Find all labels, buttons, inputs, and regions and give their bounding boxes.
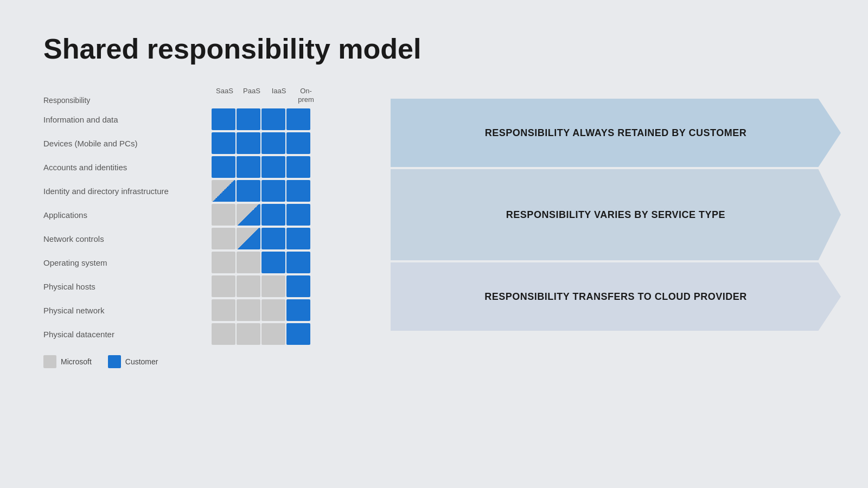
cell [286,180,310,202]
arrow-top: RESPONSIBILITY ALWAYS RETAINED BY CUSTOM… [391,99,841,167]
col-header-iaas: IaaS [266,87,292,104]
row-cells [212,180,310,202]
cell [237,323,260,345]
cell [261,299,285,321]
row-cells [212,204,310,226]
row-label: Physical hosts [43,282,212,291]
cell [237,299,260,321]
table-row: Identity and directory infrastructure [43,179,380,202]
row-label: Accounts and identities [43,163,212,172]
table-row: Physical hosts [43,275,380,298]
cell [237,228,260,249]
cell [261,204,285,226]
cell [286,108,310,130]
row-label: Information and data [43,115,212,124]
legend-microsoft-box [43,355,56,368]
cell [237,180,260,202]
table-row: Information and data [43,108,380,131]
cell [212,275,235,297]
cell [212,252,235,273]
cell [261,132,285,154]
cell [212,204,235,226]
row-cells [212,275,310,297]
cell [261,228,285,249]
cell [212,323,235,345]
cell [237,156,260,178]
cell [286,323,310,345]
table-row: Accounts and identities [43,156,380,178]
table-row: Network controls [43,227,380,250]
cell [212,180,235,202]
arrow-bot-text: RESPONSIBILITY TRANSFERS TO CLOUD PROVID… [484,291,746,303]
cell [286,252,310,273]
col-header-saas: SaaS [212,87,238,104]
legend-microsoft-label: Microsoft [61,357,92,366]
legend-customer-label: Customer [125,357,158,366]
arrow-top-text: RESPONSIBILITY ALWAYS RETAINED BY CUSTOM… [485,127,746,139]
col-header-paas: PaaS [239,87,265,104]
cell [212,156,235,178]
page-title: Shared responsibility model [43,33,825,65]
cell [237,275,260,297]
row-label: Physical network [43,306,212,315]
cell [261,180,285,202]
cell [212,108,235,130]
row-label: Applications [43,210,212,220]
responsibility-header: Responsibility [43,96,212,106]
cell [286,275,310,297]
legend: Microsoft Customer [43,355,825,368]
legend-microsoft: Microsoft [43,355,92,368]
row-label: Network controls [43,234,212,243]
table-row: Devices (Mobile and PCs) [43,132,380,155]
table-rows: Information and dataDevices (Mobile and … [43,108,380,345]
row-label: Physical datacenter [43,330,212,339]
content-area: Responsibility SaaS PaaS IaaS On-prem In… [43,87,825,345]
table-row: Physical network [43,299,380,322]
col-header-onprem: On-prem [293,87,319,104]
arrows-section: RESPONSIBILITY ALWAYS RETAINED BY CUSTOM… [391,87,841,331]
cell [261,275,285,297]
legend-customer: Customer [108,355,158,368]
cell [286,132,310,154]
cell [237,252,260,273]
slide: Shared responsibility model Responsibili… [0,0,868,488]
cell [212,228,235,249]
row-cells [212,156,310,178]
table-row: Operating system [43,251,380,274]
legend-customer-box [108,355,121,368]
arrow-mid: RESPONSIBILITY VARIES BY SERVICE TYPE [391,169,841,260]
cell [286,299,310,321]
cell [286,156,310,178]
cell [212,132,235,154]
cell [286,204,310,226]
row-cells [212,228,310,249]
cell [261,156,285,178]
row-label: Devices (Mobile and PCs) [43,139,212,148]
cell [286,228,310,249]
row-cells [212,108,310,130]
cell [212,299,235,321]
table-row: Applications [43,203,380,226]
cell [237,204,260,226]
cell [261,323,285,345]
cell [237,108,260,130]
arrow-mid-text: RESPONSIBILITY VARIES BY SERVICE TYPE [506,209,725,221]
row-cells [212,252,310,273]
row-cells [212,323,310,345]
row-label: Identity and directory infrastructure [43,187,212,196]
table-section: Responsibility SaaS PaaS IaaS On-prem In… [43,87,380,345]
cell [261,252,285,273]
row-cells [212,132,310,154]
row-label: Operating system [43,258,212,267]
table-row: Physical datacenter [43,323,380,345]
row-cells [212,299,310,321]
arrow-bot: RESPONSIBILITY TRANSFERS TO CLOUD PROVID… [391,262,841,331]
cell [261,108,285,130]
cell [237,132,260,154]
